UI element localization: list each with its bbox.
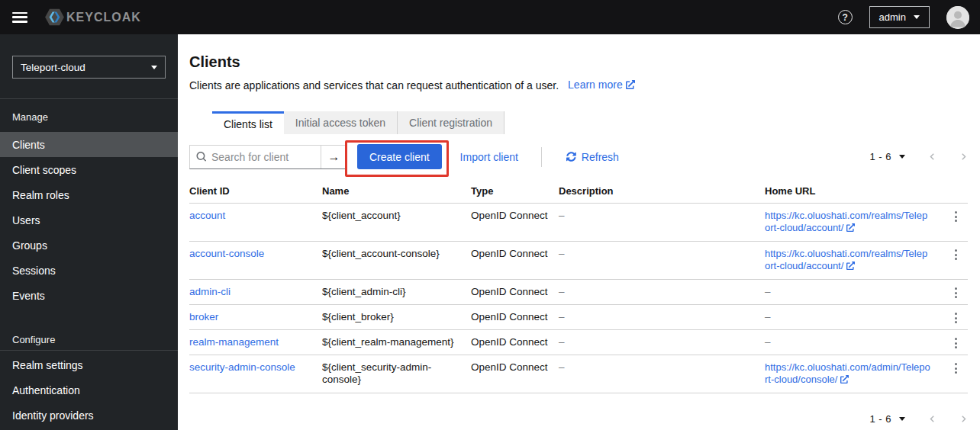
client-id-link[interactable]: broker bbox=[189, 311, 218, 322]
kebab-menu-icon[interactable] bbox=[949, 286, 962, 298]
brand-text: KEYCLOAK bbox=[66, 11, 141, 24]
keycloak-logo-icon bbox=[44, 7, 65, 27]
chevron-left-icon[interactable] bbox=[928, 152, 936, 161]
sidebar-item-users[interactable]: Users bbox=[0, 207, 178, 233]
import-client-link[interactable]: Import client bbox=[460, 151, 518, 163]
toolbar: → Create client Import client Refresh 1 … bbox=[189, 144, 968, 169]
table-row: realm-management ${client_realm-manageme… bbox=[189, 330, 968, 355]
refresh-label: Refresh bbox=[582, 151, 619, 163]
home-url-empty: – bbox=[765, 336, 771, 348]
caret-down-icon[interactable] bbox=[899, 417, 905, 421]
sidebar-divider bbox=[0, 350, 178, 351]
tab-clients-list[interactable]: Clients list bbox=[212, 111, 284, 134]
kebab-menu-icon[interactable] bbox=[949, 336, 962, 348]
avatar[interactable] bbox=[946, 6, 969, 29]
clients-table: Client ID Name Type Description Home URL… bbox=[189, 179, 968, 393]
top-bar: KEYCLOAK ? admin bbox=[0, 0, 980, 34]
client-id-link[interactable]: realm-management bbox=[189, 336, 279, 348]
user-menu-dropdown[interactable]: admin bbox=[869, 6, 930, 28]
table-header-row: Client ID Name Type Description Home URL bbox=[189, 179, 968, 204]
client-description: – bbox=[559, 361, 565, 373]
client-name: ${client_security-admin-console} bbox=[322, 355, 471, 393]
column-header-client-id: Client ID bbox=[189, 179, 322, 204]
keycloak-logo: KEYCLOAK bbox=[44, 7, 141, 27]
kebab-menu-icon[interactable] bbox=[949, 210, 962, 222]
client-name: ${client_broker} bbox=[322, 305, 471, 330]
sidebar-item-sessions[interactable]: Sessions bbox=[0, 258, 178, 283]
kebab-menu-icon[interactable] bbox=[949, 248, 962, 260]
column-header-type: Type bbox=[471, 179, 559, 204]
client-description: – bbox=[559, 311, 565, 322]
column-header-name: Name bbox=[322, 179, 471, 204]
external-link-icon bbox=[846, 261, 855, 273]
arrow-right-icon: → bbox=[328, 150, 340, 164]
search-control: → bbox=[189, 145, 347, 169]
client-name: ${client_realm-management} bbox=[322, 330, 471, 355]
client-type: OpenID Connect bbox=[471, 242, 559, 280]
realm-selector[interactable]: Teleport-cloud bbox=[12, 56, 166, 79]
table-row: account-console ${client_account-console… bbox=[189, 242, 968, 280]
table-row: security-admin-console ${client_security… bbox=[189, 355, 968, 393]
sidebar-section-manage: Manage bbox=[0, 99, 178, 132]
search-submit-button[interactable]: → bbox=[321, 146, 347, 168]
chevron-right-icon[interactable] bbox=[959, 415, 968, 423]
table-row: broker ${client_broker} OpenID Connect –… bbox=[189, 305, 968, 330]
home-url-link[interactable]: https://kc.oluoshati.com/admin/Teleport-… bbox=[765, 361, 930, 385]
learn-more-link[interactable]: Learn more bbox=[568, 77, 635, 93]
main-content: Clients Clients are applications and ser… bbox=[178, 34, 980, 430]
tab-client-registration[interactable]: Client registration bbox=[398, 111, 505, 134]
external-link-icon bbox=[846, 223, 855, 235]
client-type: OpenID Connect bbox=[471, 305, 559, 330]
sidebar-item-clients[interactable]: Clients bbox=[0, 132, 178, 157]
realm-selector-value: Teleport-cloud bbox=[21, 62, 85, 73]
client-type: OpenID Connect bbox=[471, 330, 559, 355]
sidebar-item-realm-settings[interactable]: Realm settings bbox=[0, 352, 178, 377]
client-id-link[interactable]: account-console bbox=[189, 248, 264, 259]
client-description: – bbox=[559, 210, 565, 221]
caret-down-icon[interactable] bbox=[899, 155, 905, 159]
kebab-menu-icon[interactable] bbox=[949, 311, 962, 323]
sidebar-item-client-scopes[interactable]: Client scopes bbox=[0, 157, 178, 182]
client-description: – bbox=[559, 248, 565, 259]
sidebar-item-identity-providers[interactable]: Identity providers bbox=[0, 403, 178, 428]
column-header-home-url: Home URL bbox=[765, 179, 937, 204]
user-menu-label: admin bbox=[879, 11, 906, 23]
table-row: account ${client_account} OpenID Connect… bbox=[189, 204, 968, 242]
tab-bar: Clients list Initial access token Client… bbox=[212, 111, 968, 134]
pagination-bottom: 1 - 6 bbox=[869, 413, 968, 425]
kebab-menu-icon[interactable] bbox=[949, 361, 962, 374]
client-id-link[interactable]: security-admin-console bbox=[189, 361, 295, 373]
search-input[interactable] bbox=[211, 151, 314, 163]
home-url-empty: – bbox=[765, 311, 771, 322]
chevron-right-icon[interactable] bbox=[959, 152, 968, 161]
client-type: OpenID Connect bbox=[471, 204, 559, 242]
home-url-link[interactable]: https://kc.oluoshati.com/realms/Teleport… bbox=[765, 210, 927, 233]
pagination-range: 1 - 6 bbox=[869, 413, 891, 425]
external-link-icon bbox=[840, 374, 849, 387]
page-title: Clients bbox=[189, 53, 968, 71]
sidebar-item-groups[interactable]: Groups bbox=[0, 233, 178, 258]
toolbar-divider bbox=[541, 147, 542, 167]
table-row: admin-cli ${client_admin-cli} OpenID Con… bbox=[189, 280, 968, 305]
client-id-link[interactable]: account bbox=[189, 210, 225, 221]
chevron-left-icon[interactable] bbox=[928, 415, 936, 423]
client-name: ${client_account-console} bbox=[322, 242, 471, 280]
create-client-button[interactable]: Create client bbox=[357, 144, 442, 169]
search-icon bbox=[196, 152, 206, 162]
client-type: OpenID Connect bbox=[471, 280, 559, 305]
sidebar-item-authentication[interactable]: Authentication bbox=[0, 377, 178, 403]
sidebar-section-configure: Configure bbox=[0, 328, 178, 350]
refresh-button[interactable]: Refresh bbox=[566, 151, 619, 163]
tab-initial-access-token[interactable]: Initial access token bbox=[284, 111, 398, 134]
hamburger-menu-icon[interactable] bbox=[12, 12, 27, 23]
external-link-icon bbox=[626, 78, 635, 93]
refresh-icon bbox=[566, 152, 576, 162]
help-icon[interactable]: ? bbox=[838, 10, 853, 24]
client-id-link[interactable]: admin-cli bbox=[189, 286, 230, 297]
pagination-top: 1 - 6 bbox=[869, 151, 968, 162]
sidebar-item-realm-roles[interactable]: Realm roles bbox=[0, 182, 178, 207]
sidebar-item-events[interactable]: Events bbox=[0, 283, 178, 308]
caret-down-icon bbox=[151, 66, 157, 69]
home-url-link[interactable]: https://kc.oluoshati.com/realms/Teleport… bbox=[765, 248, 927, 271]
caret-down-icon bbox=[914, 15, 920, 19]
